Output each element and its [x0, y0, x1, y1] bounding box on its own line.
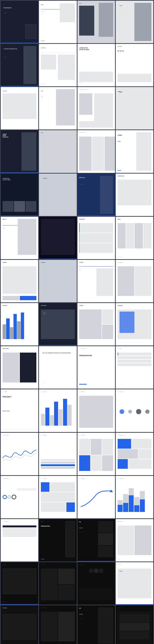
slide-41[interactable]: ◉ SMART TITLE	[1, 433, 38, 475]
slide-59[interactable]: 02 BUSINESS Services & Solutions	[77, 605, 115, 644]
slide-29[interactable]: OUR SERIES	[1, 303, 38, 346]
slide-19[interactable]: MOBILE Lorem ipsum dolor sit	[77, 174, 115, 216]
slide-53[interactable]: Special Price File ★ ★ ★ ★ ★	[1, 562, 38, 605]
slide-36[interactable]: ◉ INDEX	[116, 346, 153, 389]
slide-5[interactable]: CONFERENCE Our Vision	[1, 44, 38, 86]
slide-9[interactable]: Lorem Ipsum • • • • •	[1, 87, 38, 130]
slide-12[interactable]: Lorem Lorem Lorem LOREM IPSUM	[116, 87, 153, 130]
slide-7[interactable]: LOREM IPSUMDOLOR SIT AMET Lorem ipsum	[77, 44, 115, 86]
slide-15[interactable]: USER PERSONA TEMPLATE	[77, 130, 115, 172]
slide-22[interactable]	[39, 217, 77, 259]
slide-11[interactable]: USER PERSONA TEMPLATE	[77, 87, 115, 130]
slide-20[interactable]: CAR PARTS STORE ● ● ●	[116, 174, 153, 216]
slide-24[interactable]: PEOPLE Lorem • Lorem • Lorem	[116, 217, 153, 259]
slide-42[interactable]: ◉ SMART TITLE	[39, 433, 77, 475]
slide-25[interactable]: FOR MAGIC	[1, 260, 38, 302]
slide-10[interactable]: Lorem Info line 1Info line 2	[39, 87, 77, 130]
slide-35[interactable]: ◉ PRESENTATION PRESENTATION	[77, 346, 115, 389]
slide-6[interactable]: Our Vision Lorem ipsum dolor sit	[39, 44, 77, 86]
slide-37[interactable]: ◉ PROJECT PROJECT PROJECT VISION	[1, 389, 38, 432]
main-container: BUSINESS Lorem Ipsum about Lorem ipsum d…	[0, 0, 154, 644]
slide-49[interactable]: ◉ SMART TITLE	[1, 519, 38, 562]
slide-47[interactable]: ◉ SMART TITLE	[77, 476, 115, 518]
slide-55[interactable]: Featured Features	[77, 562, 115, 605]
slide-50[interactable]: ◉ PHONE PRESENTATION	[39, 519, 77, 562]
slide-38[interactable]: ◉ SMART TITLE	[39, 389, 77, 432]
slide-30[interactable]: OUR SOLUTION • Feature one• Feature two•…	[39, 303, 77, 346]
slide-43[interactable]: ◉ SMART TITLE	[77, 433, 115, 475]
slide-54[interactable]: Featured Features	[39, 562, 77, 605]
slide-58[interactable]: Special Findings & Services	[39, 605, 77, 644]
slide-52[interactable]: Featured Features Lorem ipsum	[116, 519, 153, 562]
slide-51[interactable]: 01 BUSINESS Services & Solutions	[77, 519, 115, 562]
slide-39[interactable]: ◉ SMART TITLE	[77, 389, 115, 432]
slide-34[interactable]: "I FEEL LIKE I'VE WIDENED THE INTEREST I…	[39, 346, 77, 389]
slide-27[interactable]: OUR STORY • text• text• text	[77, 260, 115, 302]
slide-60[interactable]: Featured Features	[116, 605, 153, 644]
slide-18[interactable]: Lorem Ipsum	[39, 174, 77, 216]
slide-57[interactable]: Lorem Ipsum	[1, 605, 38, 644]
slide-3[interactable]: Lorem	[77, 1, 115, 43]
slide-2[interactable]: about Lorem ipsum dolor sit ••• text lin…	[39, 1, 77, 43]
slide-21[interactable]: ABOUT US Lorem textLorem text	[1, 217, 38, 259]
slide-13[interactable]: LOREMIPSUMDOLOR SIT	[1, 130, 38, 172]
slide-33[interactable]: SELECT PROJECT	[1, 346, 38, 389]
slide-26[interactable]: Lorem Ipsum	[39, 260, 77, 302]
slide-4[interactable]: Lorem Ipsum	[116, 1, 153, 43]
slide-32[interactable]: OUR PROJECT	[116, 303, 153, 346]
slide-28[interactable]: TEST LOREM SET →	[116, 260, 153, 302]
slide-31[interactable]: OUR WORK	[77, 303, 115, 346]
slide-45[interactable]: ◉ SMART TITLE	[1, 476, 38, 518]
slide-16[interactable]: LOREM IPSUM	[116, 130, 153, 172]
slide-56[interactable]: Special Price Tile Premium	[116, 562, 153, 605]
slide-8[interactable]: Lorem Ipsum 05 02 04	[116, 44, 153, 86]
slide-40[interactable]: ◉ SMART TITLE	[116, 389, 153, 432]
slides-grid: BUSINESS Lorem Ipsum about Lorem ipsum d…	[1, 1, 153, 644]
slide-44[interactable]: ◉ SMART TITLE	[116, 433, 153, 475]
slide-23[interactable]: ANOTHER NOTE	[77, 217, 115, 259]
slide-14[interactable]: Lorem Ipsum	[39, 130, 77, 172]
slide-17[interactable]: LOREM IPSUMDOLOR SIT AMET	[1, 174, 38, 216]
slide-48[interactable]: ◉ SMART TITLE	[116, 476, 153, 518]
slide-1[interactable]: BUSINESS Lorem Ipsum	[1, 1, 38, 43]
slide-46[interactable]: ◉ SMART TITLE	[39, 476, 77, 518]
